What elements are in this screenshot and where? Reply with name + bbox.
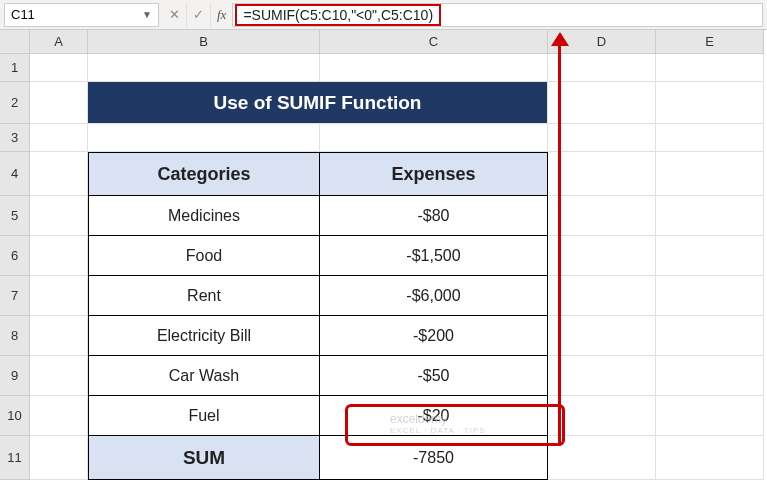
cell-d8[interactable] <box>548 316 656 356</box>
cell-c5[interactable]: -$80 <box>320 196 548 236</box>
cell-d2[interactable] <box>548 82 656 124</box>
sum-label-text: SUM <box>183 447 225 469</box>
cell-d11[interactable] <box>548 436 656 480</box>
formula-input[interactable]: =SUMIF(C5:C10,"<0",C5:C10) <box>232 3 763 27</box>
cell-e11[interactable] <box>656 436 764 480</box>
cell-a9[interactable] <box>30 356 88 396</box>
title-text: Use of SUMIF Function <box>214 92 422 114</box>
cell-a4[interactable] <box>30 152 88 196</box>
column-headers: A B C D E <box>30 30 764 54</box>
cell-b7[interactable]: Rent <box>88 276 320 316</box>
cell-e2[interactable] <box>656 82 764 124</box>
cat-1: Food <box>186 247 222 265</box>
cell-a5[interactable] <box>30 196 88 236</box>
cell-a6[interactable] <box>30 236 88 276</box>
cell-b6[interactable]: Food <box>88 236 320 276</box>
cat-5: Fuel <box>188 407 219 425</box>
cell-e3[interactable] <box>656 124 764 152</box>
cell-d3[interactable] <box>548 124 656 152</box>
cat-4: Car Wash <box>169 367 240 385</box>
watermark-name: exceldemy <box>390 412 447 426</box>
cell-a3[interactable] <box>30 124 88 152</box>
cat-0: Medicines <box>168 207 240 225</box>
cell-b3[interactable] <box>88 124 320 152</box>
row-header-1[interactable]: 1 <box>0 54 30 82</box>
confirm-formula-icon: ✓ <box>187 3 211 27</box>
formula-bar: C11 ▼ ✕ ✓ fx =SUMIF(C5:C10,"<0",C5:C10) <box>0 0 767 30</box>
cell-e1[interactable] <box>656 54 764 82</box>
header-categories[interactable]: Categories <box>88 152 320 196</box>
cell-b10[interactable]: Fuel <box>88 396 320 436</box>
cat-3: Electricity Bill <box>157 327 251 345</box>
row-header-5[interactable]: 5 <box>0 196 30 236</box>
fx-icon[interactable]: fx <box>211 7 232 23</box>
cell-e6[interactable] <box>656 236 764 276</box>
cell-c8[interactable]: -$200 <box>320 316 548 356</box>
cell-a7[interactable] <box>30 276 88 316</box>
exp-3: -$200 <box>413 327 454 345</box>
cell-d1[interactable] <box>548 54 656 82</box>
cell-e7[interactable] <box>656 276 764 316</box>
cell-a10[interactable] <box>30 396 88 436</box>
cell-e9[interactable] <box>656 356 764 396</box>
sum-value-cell[interactable]: -7850 <box>320 436 548 480</box>
row-header-11[interactable]: 11 <box>0 436 30 480</box>
cell-c7[interactable]: -$6,000 <box>320 276 548 316</box>
cell-e4[interactable] <box>656 152 764 196</box>
cell-d9[interactable] <box>548 356 656 396</box>
formula-text: =SUMIF(C5:C10,"<0",C5:C10) <box>235 4 441 26</box>
col-header-b[interactable]: B <box>88 30 320 54</box>
exp-0: -$80 <box>417 207 449 225</box>
exp-2: -$6,000 <box>406 287 460 305</box>
row-headers: 1 2 3 4 5 6 7 8 9 10 11 <box>0 54 30 480</box>
cell-c1[interactable] <box>320 54 548 82</box>
watermark: exceldemy EXCEL · DATA · TIPS <box>390 412 486 435</box>
cell-b1[interactable] <box>88 54 320 82</box>
title-cell[interactable]: Use of SUMIF Function <box>88 82 548 124</box>
header-expenses-text: Expenses <box>391 164 475 185</box>
annotation-arrow-line <box>558 39 561 446</box>
exp-4: -$50 <box>417 367 449 385</box>
cell-a11[interactable] <box>30 436 88 480</box>
row-header-8[interactable]: 8 <box>0 316 30 356</box>
cell-c9[interactable]: -$50 <box>320 356 548 396</box>
cell-d10[interactable] <box>548 396 656 436</box>
row-header-2[interactable]: 2 <box>0 82 30 124</box>
row-header-4[interactable]: 4 <box>0 152 30 196</box>
cell-b9[interactable]: Car Wash <box>88 356 320 396</box>
row-header-3[interactable]: 3 <box>0 124 30 152</box>
cell-a1[interactable] <box>30 54 88 82</box>
select-all-corner[interactable] <box>0 30 30 54</box>
cell-a8[interactable] <box>30 316 88 356</box>
row-header-10[interactable]: 10 <box>0 396 30 436</box>
col-header-c[interactable]: C <box>320 30 548 54</box>
cell-d5[interactable] <box>548 196 656 236</box>
cell-d6[interactable] <box>548 236 656 276</box>
cell-d7[interactable] <box>548 276 656 316</box>
cat-2: Rent <box>187 287 221 305</box>
watermark-tag: EXCEL · DATA · TIPS <box>390 426 486 435</box>
row-header-7[interactable]: 7 <box>0 276 30 316</box>
row-header-9[interactable]: 9 <box>0 356 30 396</box>
name-box-dropdown-icon[interactable]: ▼ <box>142 9 152 20</box>
cell-e10[interactable] <box>656 396 764 436</box>
name-box[interactable]: C11 ▼ <box>4 3 159 27</box>
cell-b5[interactable]: Medicines <box>88 196 320 236</box>
cell-c3[interactable] <box>320 124 548 152</box>
sum-value-text: -7850 <box>413 449 454 467</box>
cell-e5[interactable] <box>656 196 764 236</box>
col-header-e[interactable]: E <box>656 30 764 54</box>
exp-1: -$1,500 <box>406 247 460 265</box>
row-header-6[interactable]: 6 <box>0 236 30 276</box>
cell-e8[interactable] <box>656 316 764 356</box>
cell-d4[interactable] <box>548 152 656 196</box>
cell-c6[interactable]: -$1,500 <box>320 236 548 276</box>
cell-a2[interactable] <box>30 82 88 124</box>
sum-label-cell[interactable]: SUM <box>88 436 320 480</box>
header-expenses[interactable]: Expenses <box>320 152 548 196</box>
col-header-a[interactable]: A <box>30 30 88 54</box>
name-box-value: C11 <box>11 7 35 22</box>
cell-b8[interactable]: Electricity Bill <box>88 316 320 356</box>
annotation-arrow-head-icon <box>551 32 569 46</box>
spreadsheet-grid: 1 2 3 4 5 6 7 8 9 10 11 A B C D E <box>0 30 767 480</box>
